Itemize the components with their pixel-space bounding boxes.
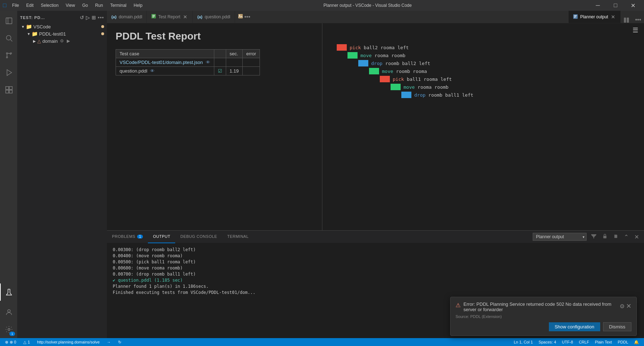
sidebar-refresh-button[interactable]: ↺ (80, 15, 84, 20)
tab-planner-output[interactable]: Planner output ✕ (569, 11, 621, 23)
col-header-test-case: Test case (116, 50, 214, 58)
extensions-activity-icon[interactable] (0, 81, 17, 98)
tab-question-pddl[interactable]: {a} question.pddl (193, 11, 235, 23)
domain-run-button[interactable]: ▶ (66, 38, 71, 43)
status-line-col[interactable]: Ln 1, Col 1 (514, 340, 533, 344)
tab-close-test-report[interactable]: ✕ (182, 14, 188, 20)
step-action-move1: move (360, 53, 372, 58)
menu-view[interactable]: View (63, 2, 78, 9)
sidebar: TEST: PD... ↺ ▷ ⊞ ••• ▼ 📁 VSCode ▼ 📁 PDD… (17, 11, 107, 338)
notification-close-button[interactable]: ✕ (626, 302, 631, 310)
status-language[interactable]: Plain Text (595, 340, 612, 344)
show-configuration-button[interactable]: Show configuration (549, 322, 600, 331)
panel-collapse-button[interactable]: ⌃ (622, 233, 630, 241)
step-action-pick2: pick (393, 77, 404, 82)
titlebar: □ File Edit Selection View Go Run Termin… (0, 0, 644, 11)
col-header-sec: sec. (226, 50, 242, 58)
tab-icon-domain: {a} (111, 15, 117, 19)
tab-more-ellipsis: ••• (244, 14, 251, 20)
tree-label-pddltest01: PDDL-test01 (39, 31, 66, 37)
test-activity-icon[interactable] (0, 283, 17, 301)
panel-tab-output[interactable]: OUTPUT (148, 231, 175, 243)
output-label: OUTPUT (153, 234, 170, 239)
output-dropdown[interactable]: Planner output (533, 233, 587, 241)
menu-help[interactable]: Help (131, 2, 145, 9)
menu-go[interactable]: Go (79, 2, 91, 9)
step-4: move roomb rooma (369, 68, 637, 74)
status-bell-icon[interactable]: 🔔 (634, 340, 639, 345)
panel-filter-button[interactable] (589, 232, 598, 241)
step-6: move rooma roomb (391, 84, 637, 90)
status-eol[interactable]: CRLF (579, 340, 589, 344)
sidebar-more-button[interactable]: ••• (98, 15, 104, 20)
col-header-error: error (242, 50, 260, 58)
editor-and-panel: PDDL Test Report Test case sec. error (107, 23, 644, 338)
step-2: move rooma roomb (347, 52, 637, 59)
panel-tab-terminal[interactable]: TERMINAL (222, 231, 254, 243)
tree-item-domain[interactable]: ▶ △ domain ⚙ ▶ (17, 37, 107, 45)
close-button[interactable]: ✕ (625, 0, 641, 11)
notification-gear-button[interactable]: ⚙ (620, 303, 625, 310)
status-pddl[interactable]: PDDL (618, 340, 628, 344)
settings-activity-icon[interactable]: 1 (0, 321, 17, 338)
test-case-domain-text: VSCode/PDDL-test01/domain.ptest.json (120, 60, 203, 65)
menu-run[interactable]: Run (92, 2, 106, 9)
panel-line-8: Finished executing tests from VSCode/PDD… (113, 290, 638, 295)
menu-edit[interactable]: Edit (23, 2, 37, 9)
tab-domain-pddl[interactable]: {a} domain.pddl (107, 11, 147, 23)
domain-settings-button[interactable]: ⚙ (59, 38, 65, 43)
editor-more-button[interactable]: ••• (632, 17, 644, 23)
panel-lock-button[interactable] (601, 233, 609, 241)
test-sec-question: 1.19 (226, 67, 242, 75)
tree-item-vscode[interactable]: ▼ 📁 VSCode (17, 23, 107, 30)
status-sync[interactable]: ↻ (117, 338, 123, 346)
source-control-activity-icon[interactable] (0, 47, 17, 64)
status-arrow[interactable]: → (106, 338, 112, 346)
account-activity-icon[interactable] (0, 304, 17, 321)
notification-source: Source: PDDL (Extension) (456, 314, 631, 319)
tab-more-button[interactable]: ••• (235, 11, 253, 23)
panel-copy-button[interactable] (612, 233, 620, 241)
tab-close-planner[interactable]: ✕ (610, 14, 616, 20)
status-warnings[interactable]: △ 1 (22, 338, 31, 346)
folder-icon-pddltest01: 📁 (32, 31, 38, 37)
menu-terminal[interactable]: Terminal (107, 2, 129, 9)
tree-item-pddltest01[interactable]: ▼ 📁 PDDL-test01 (17, 30, 107, 37)
minimize-button[interactable]: ─ (590, 0, 606, 11)
status-url[interactable]: http://solver.planning.domains/solve (36, 338, 101, 346)
test-case-question-text: question.pddl (120, 68, 147, 74)
status-errors[interactable]: ⊗ ⊗ 0 (4, 338, 18, 346)
sidebar-filter-button[interactable]: ⊞ (92, 15, 96, 20)
step-action-drop1: drop (371, 61, 382, 66)
sidebar-run-button[interactable]: ▷ (86, 15, 90, 20)
svg-rect-19 (238, 14, 242, 18)
hamburger-menu-button[interactable]: ☰ (633, 26, 638, 34)
status-encoding[interactable]: UTF-8 (562, 340, 573, 344)
maximize-button[interactable]: □ (607, 0, 624, 11)
eye-icon-question[interactable]: 👁 (150, 68, 155, 74)
panel-line-4: 0.00600: (move rooma roomb) (113, 266, 638, 271)
tab-test-report[interactable]: Test Report ✕ (147, 11, 193, 23)
status-spaces[interactable]: Spaces: 4 (538, 340, 556, 344)
svg-point-2 (6, 36, 11, 40)
panel-line-2: 0.00400: (move roomb rooma) (113, 253, 638, 258)
tab-icon-image (238, 14, 243, 20)
url-text: http://solver.planning.domains/solve (37, 340, 99, 344)
explorer-activity-icon[interactable] (0, 12, 17, 29)
panel-tab-debug[interactable]: DEBUG CONSOLE (175, 231, 222, 243)
test-case-question[interactable]: question.pddl 👁 (116, 67, 214, 75)
menu-selection[interactable]: Selection (38, 2, 61, 9)
activity-bar: 1 (0, 11, 17, 338)
panel-close-button[interactable]: ✕ (633, 233, 640, 241)
eye-icon-domain[interactable]: 👁 (206, 60, 210, 65)
menu-file[interactable]: File (9, 2, 22, 9)
modified-dot-vscode (101, 25, 104, 28)
tab-icon-question: {a} (197, 15, 202, 19)
panel-tab-problems[interactable]: PROBLEMS 1 (107, 231, 148, 243)
dismiss-button[interactable]: Dismiss (603, 322, 632, 331)
search-activity-icon[interactable] (0, 29, 17, 47)
svg-point-13 (8, 310, 10, 312)
editor-layout-button[interactable] (621, 17, 632, 23)
test-case-domain-link[interactable]: VSCode/PDDL-test01/domain.ptest.json 👁 (116, 58, 214, 67)
run-activity-icon[interactable] (0, 64, 17, 81)
